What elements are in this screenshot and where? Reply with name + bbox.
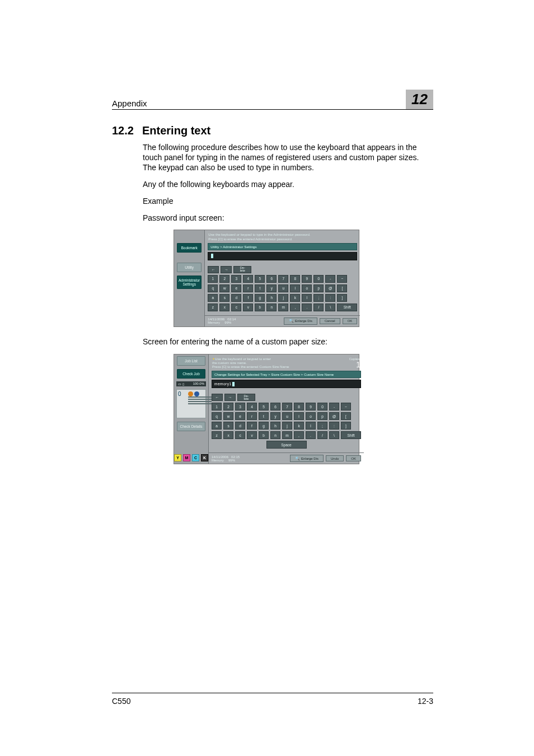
check-details-button[interactable]: Check Details <box>177 422 205 431</box>
key-k[interactable]: k <box>294 422 304 430</box>
utility-button[interactable]: Utility <box>177 263 202 272</box>
arrow-left-key[interactable]: ← <box>212 394 223 401</box>
key-g[interactable]: g <box>255 294 265 302</box>
cancel-button[interactable]: Cancel <box>320 318 340 324</box>
key-y[interactable]: y <box>266 284 277 292</box>
key-i[interactable]: i <box>290 284 300 292</box>
key-][interactable]: ] <box>337 294 347 302</box>
key-2[interactable]: 2 <box>223 403 233 410</box>
bookmark-button[interactable]: Bookmark <box>177 243 202 253</box>
key-d[interactable]: d <box>231 294 241 302</box>
key-o[interactable]: o <box>306 412 316 420</box>
key-.[interactable]: . <box>306 431 316 439</box>
key-5[interactable]: 5 <box>255 275 265 283</box>
password-input[interactable] <box>208 252 357 260</box>
key-/[interactable]: / <box>317 431 327 439</box>
key-x[interactable]: x <box>223 431 233 439</box>
key-f[interactable]: f <box>243 294 253 302</box>
check-job-button[interactable]: Check Job <box>177 369 205 379</box>
key-c[interactable]: c <box>235 431 245 439</box>
key-8[interactable]: 8 <box>290 275 300 283</box>
key-6[interactable]: 6 <box>270 403 280 410</box>
key-c[interactable]: c <box>231 304 241 311</box>
key-b[interactable]: b <box>259 431 269 439</box>
key-z[interactable]: z <box>212 431 222 439</box>
key-,[interactable]: , <box>290 304 300 311</box>
key-4[interactable]: 4 <box>243 275 253 283</box>
key-e[interactable]: e <box>235 412 245 420</box>
key-i[interactable]: i <box>294 412 304 420</box>
arrow-left-key[interactable]: ← <box>208 266 219 273</box>
key-n[interactable]: n <box>266 304 277 311</box>
key-h[interactable]: h <box>266 294 277 302</box>
key-u[interactable]: u <box>282 412 292 420</box>
key-j[interactable]: j <box>282 422 292 430</box>
key--[interactable]: - <box>325 275 335 283</box>
key-;[interactable]: ; <box>313 294 324 302</box>
key-[[interactable]: [ <box>337 284 347 292</box>
key-3[interactable]: 3 <box>231 275 241 283</box>
key-][interactable]: ] <box>341 422 351 430</box>
key-l[interactable]: l <box>306 422 316 430</box>
key-~[interactable]: ~ <box>341 403 351 410</box>
key-g[interactable]: g <box>259 422 269 430</box>
key-/[interactable]: / <box>313 304 324 311</box>
key-\[interactable]: \ <box>329 431 339 439</box>
key-0[interactable]: 0 <box>313 275 324 283</box>
key-r[interactable]: r <box>247 412 257 420</box>
key-x[interactable]: x <box>219 304 229 311</box>
key-2[interactable]: 2 <box>219 275 229 283</box>
key--[interactable]: - <box>329 403 339 410</box>
key-@[interactable]: @ <box>325 284 335 292</box>
key-u[interactable]: u <box>278 284 288 292</box>
key-t[interactable]: t <box>255 284 265 292</box>
key-q[interactable]: q <box>212 412 222 420</box>
key-h[interactable]: h <box>270 422 280 430</box>
key-s[interactable]: s <box>219 294 229 302</box>
key-;[interactable]: ; <box>317 422 327 430</box>
shift-key[interactable]: Shift <box>337 304 357 311</box>
key-a[interactable]: a <box>208 294 218 302</box>
key-l[interactable]: l <box>302 294 312 302</box>
key-y[interactable]: y <box>270 412 280 420</box>
key-6[interactable]: 6 <box>266 275 277 283</box>
ok-button[interactable]: OK <box>346 455 361 461</box>
key-:[interactable]: : <box>329 422 339 430</box>
key-f[interactable]: f <box>247 422 257 430</box>
key-3[interactable]: 3 <box>235 403 245 410</box>
key-[[interactable]: [ <box>341 412 351 420</box>
key-j[interactable]: j <box>278 294 288 302</box>
key-w[interactable]: w <box>219 284 229 292</box>
key-e[interactable]: e <box>231 284 241 292</box>
ok-button[interactable]: OK <box>343 318 358 324</box>
shift-key[interactable]: Shift <box>341 431 361 439</box>
delete-key[interactable]: De- lete <box>237 394 255 401</box>
key-w[interactable]: w <box>223 412 233 420</box>
custom-size-name-input[interactable]: memory1 <box>212 380 361 388</box>
key-b[interactable]: b <box>255 304 265 311</box>
key-.[interactable]: . <box>302 304 312 311</box>
key-q[interactable]: q <box>208 284 218 292</box>
job-list-button[interactable]: Job List <box>177 356 205 366</box>
undo-button[interactable]: Undo <box>326 455 344 461</box>
arrow-right-key[interactable]: → <box>224 394 236 401</box>
key-:[interactable]: : <box>325 294 335 302</box>
key-~[interactable]: ~ <box>337 275 347 283</box>
key-8[interactable]: 8 <box>294 403 304 410</box>
key-a[interactable]: a <box>212 422 222 430</box>
key-@[interactable]: @ <box>329 412 339 420</box>
key-9[interactable]: 9 <box>302 275 312 283</box>
enlarge-button[interactable]: 🔍Enlarge Dis <box>290 455 324 462</box>
key-o[interactable]: o <box>302 284 312 292</box>
key-r[interactable]: r <box>243 284 253 292</box>
key-d[interactable]: d <box>235 422 245 430</box>
key-\[interactable]: \ <box>325 304 335 311</box>
key-p[interactable]: p <box>317 412 327 420</box>
key-n[interactable]: n <box>270 431 280 439</box>
enlarge-button[interactable]: 🔍Enlarge Dis <box>284 318 317 325</box>
key-p[interactable]: p <box>313 284 324 292</box>
key-7[interactable]: 7 <box>278 275 288 283</box>
arrow-right-key[interactable]: → <box>221 266 232 273</box>
delete-key[interactable]: De- lete <box>233 266 251 273</box>
key-t[interactable]: t <box>259 412 269 420</box>
